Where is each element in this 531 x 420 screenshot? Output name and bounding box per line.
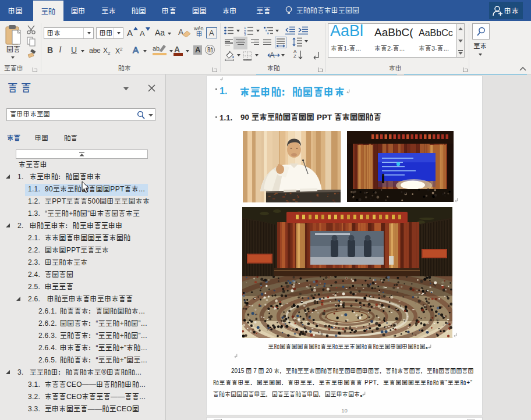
svg-text:3: 3 — [244, 33, 246, 35]
